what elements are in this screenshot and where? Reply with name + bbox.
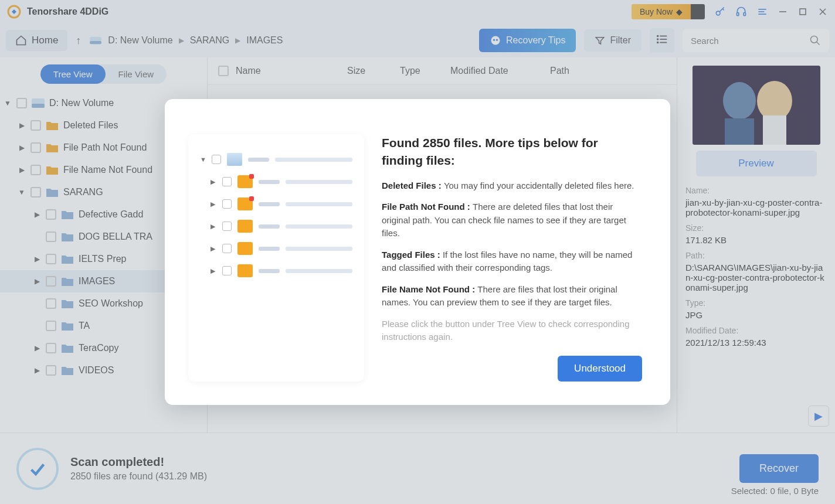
modal-paragraph: File Path Not Found : There are deleted … [382,200,642,240]
modal-illustration: ▼ ▶ ▶ ▶ ▶ ▶ [188,134,364,382]
modal-title: Found 2850 files. More tips below for fi… [382,134,642,169]
modal-paragraph: Deleted Files : You may find your accide… [382,179,642,193]
understood-button[interactable]: Understood [558,356,642,382]
tips-modal: ▼ ▶ ▶ ▶ ▶ ▶ Found 2850 files. More tips … [165,99,670,405]
modal-paragraph: File Name Not Found : There are files th… [382,283,642,309]
modal-content: Found 2850 files. More tips below for fi… [382,134,642,382]
modal-paragraph: Tagged Files : If the lost files have no… [382,248,642,275]
modal-hint: Please click the button under Tree View … [382,318,642,344]
modal-overlay[interactable]: ▼ ▶ ▶ ▶ ▶ ▶ Found 2850 files. More tips … [0,0,835,504]
